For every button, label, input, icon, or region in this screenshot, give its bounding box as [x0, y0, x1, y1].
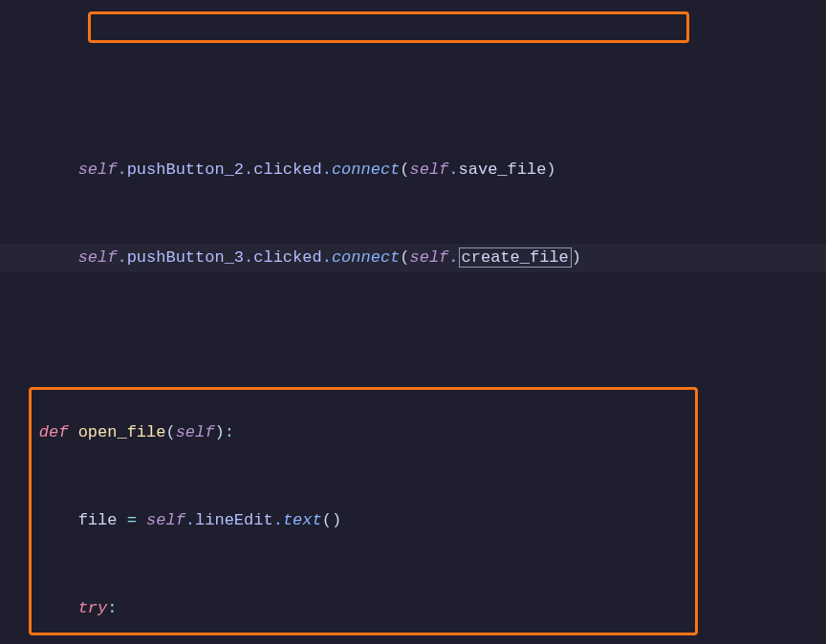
code-editor[interactable]: self.pushButton_2.clicked.connect(self.s… [0, 10, 826, 644]
code-line[interactable]: def open_file(self): [0, 419, 826, 448]
highlight-box-top [88, 11, 689, 43]
code-line[interactable]: file = self.lineEdit.text() [0, 506, 826, 536]
symbol-reference-box: create_file [459, 247, 572, 268]
code-line-current[interactable]: self.pushButton_3.clicked.connect(self.c… [0, 244, 826, 273]
code-line-blank[interactable] [0, 332, 826, 361]
code-line[interactable]: try: [0, 594, 826, 624]
code-line[interactable]: self.pushButton_2.clicked.connect(self.s… [0, 156, 826, 185]
